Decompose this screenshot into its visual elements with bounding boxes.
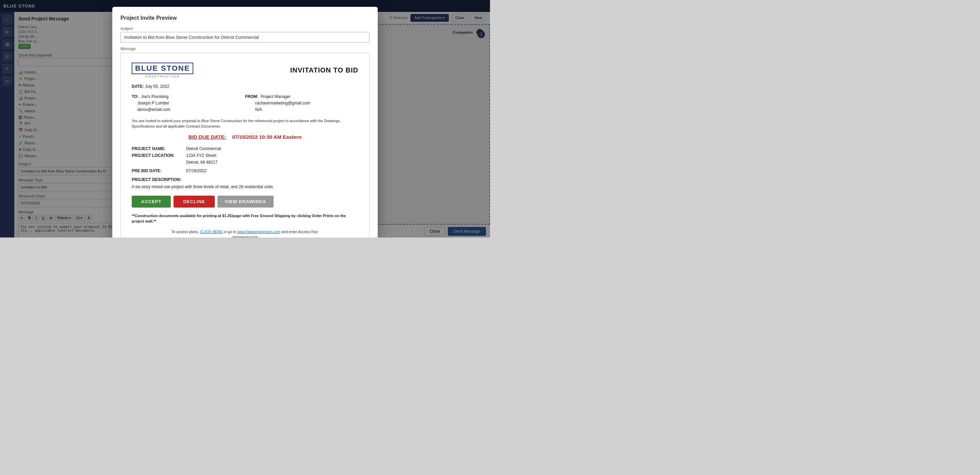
to-line2: Joseph P Lumber bbox=[137, 101, 169, 105]
project-location-val1: 1234 XYZ Street bbox=[186, 152, 216, 159]
invitation-title: INVITATION TO BID bbox=[290, 66, 358, 74]
access-plans-text: To access plans, bbox=[172, 230, 199, 234]
pre-bid-date-val: 07/19/2022 bbox=[186, 167, 207, 174]
modal-title: Project Invite Preview bbox=[121, 15, 369, 21]
access-url-link[interactable]: www.fatatomplnroom.com bbox=[237, 230, 280, 234]
project-invite-modal: Project Invite Preview Subject Message B… bbox=[112, 7, 378, 237]
to-from-section: TO: Joe's Plumbing Joseph P Lumber demo@… bbox=[132, 94, 358, 113]
to-line1: Joe's Plumbing bbox=[141, 94, 169, 99]
to-cell: TO: Joe's Plumbing Joseph P Lumber demo@… bbox=[132, 94, 245, 113]
modal-overlay: Project Invite Preview Subject Message B… bbox=[0, 0, 490, 237]
email-date: DATE: July 05, 2022 bbox=[132, 84, 358, 89]
project-name-val: Detroit Commercial bbox=[186, 145, 221, 152]
date-value: July 05, 2022 bbox=[145, 84, 169, 89]
from-label: FROM: bbox=[245, 94, 258, 99]
to-label: TO: bbox=[132, 94, 138, 99]
decline-button[interactable]: DECLINE bbox=[173, 195, 215, 208]
from-line3: N/A bbox=[255, 107, 262, 112]
project-desc-label: PROJECT DESCRIPTION: bbox=[132, 176, 358, 183]
project-location-spacer bbox=[132, 159, 183, 166]
from-line1: Project Manager bbox=[261, 94, 291, 99]
modal-message-label: Message bbox=[121, 47, 369, 51]
access-or-text: or go to bbox=[224, 230, 236, 234]
email-body-text: You are invited to submit your proposal … bbox=[132, 118, 358, 129]
access-plans: To access plans, CLICK HERE or go to www… bbox=[132, 229, 358, 237]
from-cell: FROM: Project Manager rachavemarketing@g… bbox=[245, 94, 358, 113]
project-details: PROJECT NAME: Detroit Commercial PROJECT… bbox=[132, 145, 358, 190]
from-line2: rachavemarketing@gmail.com bbox=[255, 101, 310, 105]
pre-bid-date-key: PRE BID DATE: bbox=[132, 167, 183, 174]
email-header: BLUE STONE CONSTRUCTION INVITATION TO BI… bbox=[132, 63, 358, 78]
email-logo: BLUE STONE CONSTRUCTION bbox=[132, 63, 193, 78]
logo-main-text: BLUE STONE bbox=[132, 63, 193, 74]
modal-subject-input[interactable] bbox=[121, 32, 369, 43]
bid-due-label: BID DUE DATE: bbox=[189, 134, 226, 140]
print-notice-text: **Construction documents available for p… bbox=[132, 214, 346, 224]
view-drawings-button[interactable]: VIEW DRAWINGS bbox=[218, 195, 274, 208]
project-location-val2: Detroit, MI 48217 bbox=[186, 159, 218, 166]
date-label: DATE: bbox=[132, 84, 144, 89]
click-here-link[interactable]: CLICK HERE bbox=[200, 230, 223, 234]
logo-sub-text: CONSTRUCTION bbox=[132, 75, 193, 78]
print-notice: **Construction documents available for p… bbox=[132, 213, 358, 224]
bid-due-value: 07/15/2022 10:30 AM Eastern bbox=[232, 134, 301, 140]
email-preview: BLUE STONE CONSTRUCTION INVITATION TO BI… bbox=[121, 53, 369, 237]
project-desc-val: A six-story mixed use project with three… bbox=[132, 184, 274, 189]
access-enter-text: and enter Access Key: bbox=[282, 230, 318, 234]
modal-subject-label: Subject bbox=[121, 27, 369, 31]
bid-due-row: BID DUE DATE: 07/15/2022 10:30 AM Easter… bbox=[132, 134, 358, 140]
accept-button[interactable]: ACCEPT bbox=[132, 195, 171, 208]
project-location-key: PROJECT LOCATION: bbox=[132, 152, 183, 159]
project-name-key: PROJECT NAME: bbox=[132, 145, 183, 152]
email-action-buttons: ACCEPT DECLINE VIEW DRAWINGS bbox=[132, 195, 358, 208]
access-key-value: DEMOKEY123 bbox=[132, 235, 358, 238]
to-line3: demo@email.com bbox=[137, 107, 170, 112]
